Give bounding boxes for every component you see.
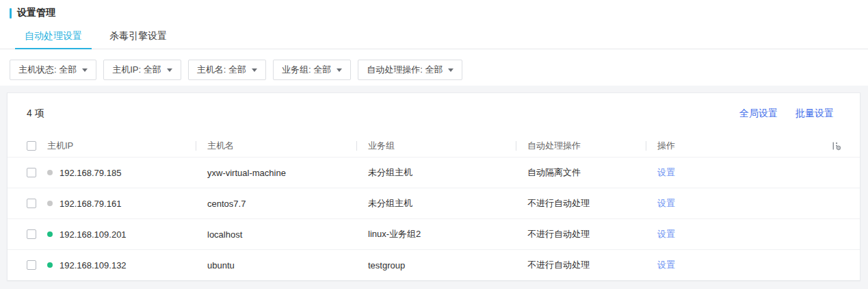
row-settings-link[interactable]: 设置 xyxy=(657,259,675,271)
filter-host-status[interactable]: 主机状态: 全部 xyxy=(10,60,96,80)
business-group-cell: 未分组主机 xyxy=(356,158,516,188)
filter-label: 业务组: 全部 xyxy=(282,64,331,76)
header-checkbox-cell xyxy=(8,134,47,157)
title-accent-bar xyxy=(10,8,12,18)
filter-business-group[interactable]: 业务组: 全部 xyxy=(273,60,351,80)
auto-handle-operation-cell: 自动隔离文件 xyxy=(516,158,646,188)
row-checkbox-cell xyxy=(8,250,47,280)
host-ip-cell: 192.168.109.132 xyxy=(47,250,196,280)
row-tools-cell xyxy=(828,158,860,188)
batch-settings-link[interactable]: 批量设置 xyxy=(795,108,834,120)
filter-host-ip[interactable]: 主机IP: 全部 xyxy=(103,60,181,80)
operate-cell: 设置 xyxy=(646,250,828,280)
tab-label: 杀毒引擎设置 xyxy=(109,30,167,42)
business-group-cell: testgroup xyxy=(356,250,516,280)
auto-handle-operation-cell: 不进行自动处理 xyxy=(516,219,646,249)
column-settings-icon[interactable] xyxy=(831,140,842,151)
operate-cell: 设置 xyxy=(646,219,828,249)
host-ip-cell: 192.168.109.201 xyxy=(47,219,196,249)
host-name-cell: localhost xyxy=(196,219,356,249)
filter-bar: 主机状态: 全部主机IP: 全部主机名: 全部业务组: 全部自动处理操作: 全部 xyxy=(10,60,868,80)
row-checkbox[interactable] xyxy=(27,260,36,270)
tab-bar: 自动处理设置 杀毒引擎设置 xyxy=(0,30,868,49)
status-dot xyxy=(47,201,53,206)
header-tools-cell xyxy=(828,134,860,157)
column-header-business-group: 业务组 xyxy=(356,134,516,157)
auto-handle-operation-cell: 不进行自动处理 xyxy=(516,250,646,280)
host-ip: 192.168.79.185 xyxy=(60,168,121,178)
select-all-checkbox[interactable] xyxy=(27,141,36,151)
host-ip: 192.168.109.132 xyxy=(60,260,127,271)
filter-label: 自动处理操作: 全部 xyxy=(367,64,443,76)
row-settings-link[interactable]: 设置 xyxy=(657,228,675,240)
row-checkbox-cell xyxy=(8,158,47,188)
host-name-cell: yxw-virtual-machine xyxy=(196,158,356,188)
content-section: 4 项 全局设置 批量设置 主机IP 主机名 业务组 自动处理操作 操作 xyxy=(0,86,868,289)
global-settings-link[interactable]: 全局设置 xyxy=(739,108,778,120)
table-row: 192.168.109.201localhostlinux-业务组2不进行自动处… xyxy=(8,218,860,249)
host-ip-cell: 192.168.79.161 xyxy=(47,188,196,218)
table-row: 192.168.79.161centos7.7未分组主机不进行自动处理设置 xyxy=(8,188,860,218)
chevron-down-icon xyxy=(337,68,342,72)
filter-label: 主机IP: 全部 xyxy=(112,64,161,76)
settings-management-page: 设置管理 自动处理设置 杀毒引擎设置 主机状态: 全部主机IP: 全部主机名: … xyxy=(0,0,868,289)
operate-cell: 设置 xyxy=(646,188,828,218)
filter-label: 主机状态: 全部 xyxy=(18,64,77,76)
host-name-cell: centos7.7 xyxy=(196,188,356,218)
table-row: 192.168.109.132ubuntutestgroup不进行自动处理设置 xyxy=(8,249,860,280)
row-checkbox[interactable] xyxy=(27,199,36,208)
business-group-cell: 未分组主机 xyxy=(356,188,516,218)
business-group-cell: linux-业务组2 xyxy=(356,219,516,249)
filter-host-name[interactable]: 主机名: 全部 xyxy=(188,60,266,80)
host-ip: 192.168.109.201 xyxy=(60,229,127,240)
row-tools-cell xyxy=(828,219,860,249)
chevron-down-icon xyxy=(448,68,453,72)
tab-antivirus-engine-settings[interactable]: 杀毒引擎设置 xyxy=(100,30,176,49)
table-row: 192.168.79.185yxw-virtual-machine未分组主机自动… xyxy=(8,157,860,188)
row-settings-link[interactable]: 设置 xyxy=(657,166,675,179)
column-header-operate: 操作 xyxy=(646,134,828,157)
row-tools-cell xyxy=(828,250,860,280)
host-ip: 192.168.79.161 xyxy=(60,199,121,209)
row-tools-cell xyxy=(828,188,860,218)
operate-cell: 设置 xyxy=(646,158,828,188)
status-dot xyxy=(47,262,53,268)
host-name-cell: ubuntu xyxy=(196,250,356,280)
row-checkbox[interactable] xyxy=(27,229,36,239)
toolbar-links: 全局设置 批量设置 xyxy=(739,108,834,120)
chevron-down-icon xyxy=(167,68,172,72)
chevron-down-icon xyxy=(82,68,88,72)
page-header: 设置管理 xyxy=(0,0,868,19)
host-table-card: 4 项 全局设置 批量设置 主机IP 主机名 业务组 自动处理操作 操作 xyxy=(7,92,860,281)
tab-label: 自动处理设置 xyxy=(25,30,82,42)
auto-handle-operation-cell: 不进行自动处理 xyxy=(516,188,646,218)
page-title: 设置管理 xyxy=(17,7,55,19)
column-header-host-ip: 主机IP xyxy=(47,134,196,157)
filter-auto-handle-operation[interactable]: 自动处理操作: 全部 xyxy=(358,60,462,80)
row-settings-link[interactable]: 设置 xyxy=(657,197,675,210)
table-header-row: 主机IP 主机名 业务组 自动处理操作 操作 xyxy=(8,134,860,157)
row-checkbox-cell xyxy=(8,188,47,218)
column-header-host-name: 主机名 xyxy=(196,134,356,157)
tab-auto-handle-settings[interactable]: 自动处理设置 xyxy=(15,30,92,49)
row-checkbox[interactable] xyxy=(27,168,36,177)
status-dot xyxy=(47,170,53,175)
card-toolbar: 4 项 全局设置 批量设置 xyxy=(8,93,860,134)
table-body: 192.168.79.185yxw-virtual-machine未分组主机自动… xyxy=(8,157,860,280)
row-checkbox-cell xyxy=(8,219,47,249)
chevron-down-icon xyxy=(252,68,257,72)
filter-label: 主机名: 全部 xyxy=(197,64,246,76)
item-count: 4 项 xyxy=(27,108,44,120)
host-ip-cell: 192.168.79.185 xyxy=(47,158,196,188)
column-header-auto-handle-operation: 自动处理操作 xyxy=(516,134,646,157)
status-dot xyxy=(47,231,53,237)
